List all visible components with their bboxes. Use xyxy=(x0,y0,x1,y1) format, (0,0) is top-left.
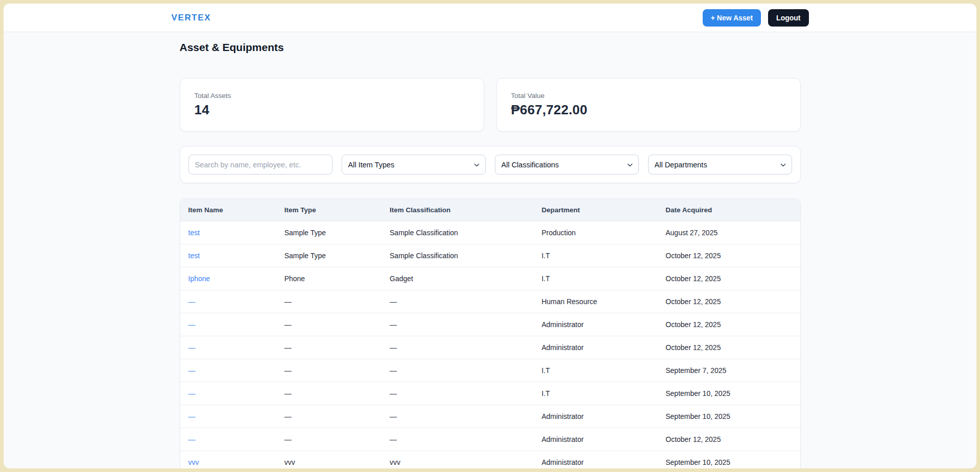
item-name-link[interactable]: — xyxy=(188,412,196,420)
date-acquired-cell: September 10, 2025 xyxy=(657,405,800,428)
item-type-select-wrap: All Item Types xyxy=(342,155,486,175)
item-classification-cell: — xyxy=(381,313,533,336)
department-cell: I.T xyxy=(533,382,657,405)
item-classification-cell: — xyxy=(381,382,533,405)
date-acquired-cell: October 12, 2025 xyxy=(657,313,800,336)
item-classification-cell: Sample Classification xyxy=(381,221,533,244)
search-input[interactable] xyxy=(188,155,332,175)
department-cell: Production xyxy=(533,221,657,244)
department-cell: Administrator xyxy=(533,451,657,469)
date-acquired-cell: September 10, 2025 xyxy=(657,451,800,469)
department-cell: Administrator xyxy=(533,313,657,336)
date-acquired-cell: August 27, 2025 xyxy=(657,221,800,244)
department-select-wrap: All Departments xyxy=(648,155,792,175)
date-acquired-cell: September 10, 2025 xyxy=(657,382,800,405)
new-asset-button[interactable]: + New Asset xyxy=(703,9,761,27)
item-classification-cell: — xyxy=(381,405,533,428)
item-type-cell: — xyxy=(276,359,381,382)
top-navigation-bar: VERTEX + New Asset Logout xyxy=(4,4,976,32)
item-name-link[interactable]: vvv xyxy=(188,458,199,466)
table-row: test Sample Type Sample Classification I… xyxy=(180,244,800,267)
column-header-item-classification: Item Classification xyxy=(381,199,533,221)
item-type-cell: — xyxy=(276,290,381,313)
item-name-link[interactable]: — xyxy=(188,389,196,398)
item-type-select[interactable]: All Item Types xyxy=(342,155,486,175)
department-cell: Administrator xyxy=(533,405,657,428)
brand-logo[interactable]: VERTEX xyxy=(172,13,211,23)
item-type-cell: vvv xyxy=(276,451,381,469)
item-type-cell: — xyxy=(276,428,381,451)
item-name-link[interactable]: Iphone xyxy=(188,275,210,283)
date-acquired-cell: October 12, 2025 xyxy=(657,290,800,313)
department-cell: I.T xyxy=(533,244,657,267)
table-header: Item Name Item Type Item Classification … xyxy=(180,199,800,221)
topbar-actions: + New Asset Logout xyxy=(703,9,809,27)
item-name-link[interactable]: — xyxy=(188,343,196,352)
date-acquired-cell: October 12, 2025 xyxy=(657,267,800,290)
date-acquired-cell: October 12, 2025 xyxy=(657,336,800,359)
total-value-card: Total Value ₱667,722.00 xyxy=(496,78,801,132)
item-name-link[interactable]: test xyxy=(188,252,200,260)
table-row: — — — Administrator October 12, 2025 xyxy=(180,428,800,451)
table-row: — — — Administrator October 12, 2025 xyxy=(180,313,800,336)
department-cell: I.T xyxy=(533,359,657,382)
item-classification-cell: Gadget xyxy=(381,267,533,290)
item-type-cell: — xyxy=(276,382,381,405)
assets-table-card: Item Name Item Type Item Classification … xyxy=(180,198,801,468)
item-classification-cell: — xyxy=(381,336,533,359)
table-row: vvv vvv vvv Administrator September 10, … xyxy=(180,451,800,469)
classification-select[interactable]: All Classifications xyxy=(495,155,639,175)
department-select[interactable]: All Departments xyxy=(648,155,792,175)
item-classification-cell: vvv xyxy=(381,451,533,469)
item-name-link[interactable]: — xyxy=(188,297,196,306)
column-header-item-name: Item Name xyxy=(180,199,276,221)
column-header-date-acquired: Date Acquired xyxy=(657,199,800,221)
table-row: — — — I.T September 7, 2025 xyxy=(180,359,800,382)
total-assets-label: Total Assets xyxy=(195,92,469,100)
date-acquired-cell: October 12, 2025 xyxy=(657,428,800,451)
table-row: — — — Administrator October 12, 2025 xyxy=(180,336,800,359)
item-type-cell: Sample Type xyxy=(276,221,381,244)
table-row: — — — Human Resource October 12, 2025 xyxy=(180,290,800,313)
item-classification-cell: Sample Classification xyxy=(381,244,533,267)
item-type-cell: Sample Type xyxy=(276,244,381,267)
item-name-link[interactable]: test xyxy=(188,229,200,237)
date-acquired-cell: October 12, 2025 xyxy=(657,244,800,267)
item-type-cell: Phone xyxy=(276,267,381,290)
table-row: test Sample Type Sample Classification P… xyxy=(180,221,800,244)
total-value-value: ₱667,722.00 xyxy=(511,102,786,118)
item-classification-cell: — xyxy=(381,428,533,451)
item-name-link[interactable]: — xyxy=(188,366,196,375)
item-name-link[interactable]: — xyxy=(188,435,196,443)
item-name-link[interactable]: — xyxy=(188,320,196,329)
item-type-cell: — xyxy=(276,336,381,359)
item-type-cell: — xyxy=(276,405,381,428)
filter-bar: All Item Types All Classifications All D… xyxy=(180,146,801,183)
assets-table: Item Name Item Type Item Classification … xyxy=(180,199,800,468)
main-content: Asset & Equipments Total Assets 14 Total… xyxy=(180,32,801,468)
stats-grid: Total Assets 14 Total Value ₱667,722.00 xyxy=(180,78,801,132)
date-acquired-cell: September 7, 2025 xyxy=(657,359,800,382)
column-header-department: Department xyxy=(533,199,657,221)
classification-select-wrap: All Classifications xyxy=(495,155,639,175)
table-row: — — — I.T September 10, 2025 xyxy=(180,382,800,405)
item-classification-cell: — xyxy=(381,290,533,313)
app-window: VERTEX + New Asset Logout Asset & Equipm… xyxy=(4,4,976,468)
logout-button[interactable]: Logout xyxy=(768,9,808,27)
column-header-item-type: Item Type xyxy=(276,199,381,221)
department-cell: I.T xyxy=(533,267,657,290)
item-type-cell: — xyxy=(276,313,381,336)
table-row: — — — Administrator September 10, 2025 xyxy=(180,405,800,428)
total-value-label: Total Value xyxy=(511,92,786,100)
item-classification-cell: — xyxy=(381,359,533,382)
total-assets-card: Total Assets 14 xyxy=(180,78,484,132)
department-cell: Human Resource xyxy=(533,290,657,313)
table-row: Iphone Phone Gadget I.T October 12, 2025 xyxy=(180,267,800,290)
department-cell: Administrator xyxy=(533,428,657,451)
total-assets-value: 14 xyxy=(195,102,469,118)
page-title: Asset & Equipments xyxy=(180,41,801,54)
department-cell: Administrator xyxy=(533,336,657,359)
table-body: test Sample Type Sample Classification P… xyxy=(180,221,800,469)
